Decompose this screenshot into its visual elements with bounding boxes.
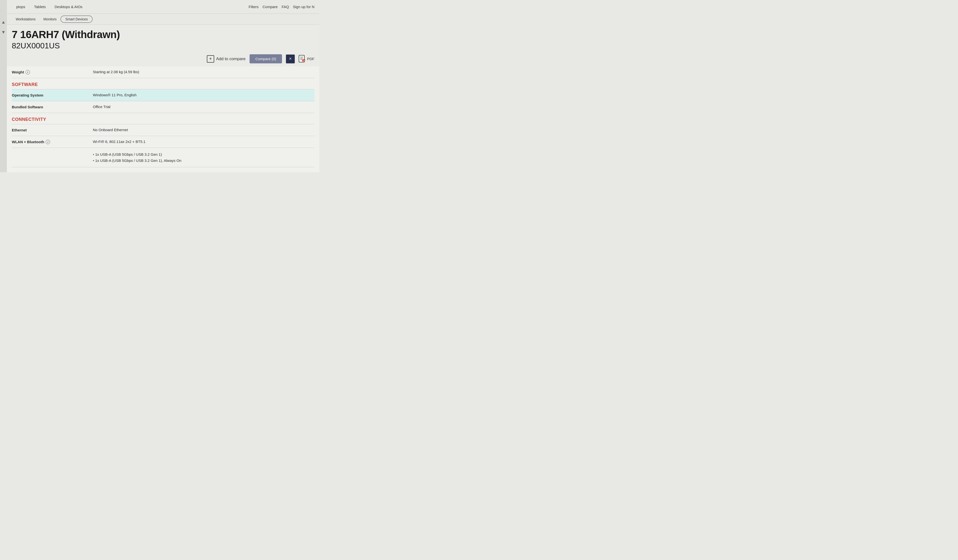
ethernet-value: No Onboard Ethernet	[90, 124, 314, 136]
weight-label: Weight i	[12, 66, 90, 78]
pdf-button[interactable]: PDF PDF	[299, 55, 314, 63]
os-value: Windows® 11 Pro, English	[90, 89, 314, 101]
svg-text:PDF: PDF	[302, 60, 305, 62]
weight-row: Weight i Starting at 2.08 kg (4.59 lbs)	[12, 66, 314, 78]
usb-bullet-1: 1x USB-A (USB 5Gbps / USB 3.2 Gen 1)	[93, 151, 312, 157]
ethernet-row: Ethernet No Onboard Ethernet	[12, 124, 314, 136]
bundled-software-row: Bundled Software Office Trial	[12, 101, 314, 113]
nav-laptops[interactable]: ptops	[12, 2, 30, 11]
os-label: Operating System	[12, 89, 90, 101]
usb-value: 1x USB-A (USB 5Gbps / USB 3.2 Gen 1) 1x …	[90, 148, 314, 167]
wlan-row: WLAN + Bluetooth i Wi-Fi® 6, 802.11ax 2x…	[12, 136, 314, 148]
nav-workstations[interactable]: Workstations	[12, 15, 40, 23]
os-row: Operating System Windows® 11 Pro, Englis…	[12, 89, 314, 101]
connectivity-heading: CONNECTIVITY	[12, 113, 314, 124]
add-to-compare-label: Add to compare	[216, 57, 246, 62]
usb-row: 1x USB-A (USB 5Gbps / USB 3.2 Gen 1) 1x …	[12, 148, 314, 167]
bundled-software-value: Office Trial	[90, 101, 314, 113]
weight-info-icon[interactable]: i	[25, 70, 30, 75]
left-arrow-up[interactable]: ▲	[1, 20, 6, 25]
pdf-icon: PDF	[299, 55, 306, 63]
usb-label	[12, 148, 90, 167]
pdf-label: PDF	[307, 57, 314, 61]
add-to-compare-button[interactable]: + Add to compare	[207, 55, 246, 63]
nav-tablets[interactable]: Tablets	[30, 2, 50, 11]
top-nav: ptops Tablets Desktops & AIOs Filters Co…	[7, 0, 319, 14]
close-compare-button[interactable]: ×	[286, 54, 295, 63]
left-sidebar: ▲ ▼	[0, 0, 7, 172]
product-header: 7 16ARH7 (Withdrawn) 82UX0001US	[7, 25, 319, 51]
nav-faq[interactable]: FAQ	[281, 5, 289, 9]
nav-row2: Workstations Monitors Smart Devices	[7, 14, 319, 25]
nav-signup[interactable]: Sign up for N	[293, 5, 314, 9]
left-arrow-down[interactable]: ▼	[1, 30, 6, 35]
nav-right: Filters Compare FAQ Sign up for N	[249, 5, 314, 9]
nav-compare[interactable]: Compare	[263, 5, 278, 9]
product-model: 82UX0001US	[12, 41, 314, 50]
add-to-compare-icon: +	[207, 55, 214, 63]
software-heading: SOFTWARE	[12, 78, 314, 89]
usb-bullet-2: 1x USB-A (USB 5Gbps / USB 3.2 Gen 1), Al…	[93, 157, 312, 163]
nav-filters[interactable]: Filters	[249, 5, 259, 9]
wlan-value: Wi-Fi® 6, 802.11ax 2x2 + BT5.1	[90, 136, 314, 148]
specs-container: Weight i Starting at 2.08 kg (4.59 lbs) …	[7, 66, 319, 172]
nav-items: ptops Tablets Desktops & AIOs	[12, 2, 249, 11]
weight-value: Starting at 2.08 kg (4.59 lbs)	[90, 66, 314, 78]
wlan-label: WLAN + Bluetooth i	[12, 136, 90, 148]
bundled-software-label: Bundled Software	[12, 101, 90, 113]
nav-desktops[interactable]: Desktops & AIOs	[50, 2, 87, 11]
nav-row2-items: Workstations Monitors Smart Devices	[12, 15, 93, 23]
nav-smart-devices[interactable]: Smart Devices	[60, 16, 93, 23]
compare-count-button[interactable]: Compare (0)	[249, 54, 282, 63]
wlan-info-icon[interactable]: i	[46, 140, 50, 144]
usb-bullet-list: 1x USB-A (USB 5Gbps / USB 3.2 Gen 1) 1x …	[93, 151, 312, 163]
nav-monitors[interactable]: Monitors	[40, 15, 61, 23]
toolbar-row: + Add to compare Compare (0) × PDF PDF	[7, 51, 319, 66]
product-title: 7 16ARH7 (Withdrawn)	[12, 29, 314, 40]
ethernet-label: Ethernet	[12, 124, 90, 136]
